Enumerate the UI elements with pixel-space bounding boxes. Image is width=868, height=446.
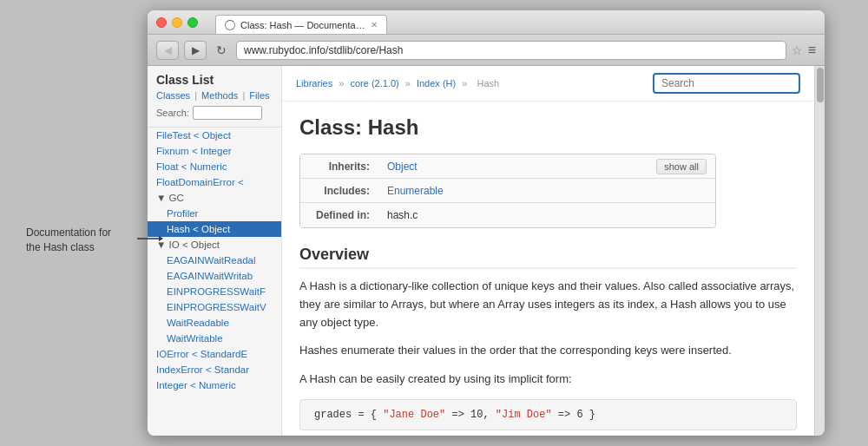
maximize-button[interactable] [187, 17, 198, 28]
code-block-1: grades = { "Jane Doe" => 10, "Jim Doe" =… [299, 399, 797, 430]
back-button[interactable]: ◀ [156, 41, 179, 60]
info-row-defined: Defined in: hash.c [300, 203, 715, 227]
breadcrumb: Libraries » core (2.1.0) » Index (H) » H… [296, 78, 503, 89]
sidebar-item-2[interactable]: Float < Numeric [148, 159, 281, 174]
breadcrumb-libraries[interactable]: Libraries [296, 78, 332, 89]
page-content: Class: Hash Inherits: Object show all In… [282, 102, 814, 436]
main-content: Libraries » core (2.1.0) » Index (H) » H… [282, 66, 814, 436]
inherits-value: Object [378, 155, 656, 178]
sidebar-item-4[interactable]: ▼ GC [148, 190, 281, 206]
sidebar-item-8[interactable]: EAGAINWaitReadal [148, 253, 281, 268]
sidebar-list: FileTest < ObjectFixnum < IntegerFloat <… [148, 128, 281, 436]
sidebar-search-input[interactable] [193, 106, 262, 120]
minimize-button[interactable] [172, 17, 182, 28]
sidebar-item-1[interactable]: Fixnum < Integer [148, 143, 281, 159]
tab-label: Class: Hash — Documenta… [240, 20, 365, 30]
code1-arrow1: => 10, [445, 409, 496, 421]
sidebar-header: Class List Classes | Methods | Files Sea… [148, 66, 281, 128]
breadcrumb-core[interactable]: core (2.1.0) [350, 78, 398, 89]
bookmark-button[interactable]: ☆ [792, 43, 803, 57]
toolbar: ◀ ▶ ↻ www.rubydoc.info/stdlib/core/Hash … [148, 35, 825, 66]
sidebar-item-13[interactable]: WaitWritable [148, 331, 281, 346]
info-row-includes: Includes: Enumerable [300, 179, 715, 203]
info-row-inherits: Inherits: Object show all [300, 154, 715, 179]
tab-close-icon[interactable]: ✕ [371, 20, 378, 30]
sidebar-links: Classes | Methods | Files [156, 90, 273, 101]
tab-loading-icon [225, 20, 235, 30]
sidebar: Class List Classes | Methods | Files Sea… [148, 66, 282, 436]
scrollbar[interactable] [814, 66, 825, 436]
annotation-text: Documentation for the Hash class [26, 226, 139, 255]
sidebar-link-methods[interactable]: Methods [201, 90, 238, 101]
sidebar-item-10[interactable]: EINPROGRESSWaitF [148, 284, 281, 299]
page-title: Class: Hash [299, 115, 797, 140]
url-bar[interactable]: www.rubydoc.info/stdlib/core/Hash [236, 41, 786, 60]
includes-label: Includes: [300, 180, 378, 202]
scroll-thumb[interactable] [817, 68, 824, 102]
sidebar-item-14[interactable]: IOError < StandardE [148, 346, 281, 362]
browser-window: Class: Hash — Documenta… ✕ ◀ ▶ ↻ www.rub… [148, 10, 825, 436]
sidebar-item-16[interactable]: Integer < Numeric [148, 377, 281, 393]
breadcrumb-index[interactable]: Index (H) [417, 78, 456, 89]
tab-area: Class: Hash — Documenta… ✕ [215, 10, 387, 34]
code1-str2: "Jim Doe" [496, 409, 552, 421]
sidebar-title: Class List [156, 73, 273, 87]
traffic-lights [156, 17, 198, 28]
sidebar-item-9[interactable]: EAGAINWaitWritab [148, 268, 281, 284]
svg-marker-1 [159, 236, 163, 241]
includes-link[interactable]: Enumerable [387, 185, 444, 197]
close-button[interactable] [156, 17, 167, 28]
code1-pre: grades = { [314, 409, 383, 421]
breadcrumb-current: Hash [477, 78, 499, 89]
sidebar-item-15[interactable]: IndexError < Standar [148, 362, 281, 377]
show-all-button[interactable]: show all [656, 159, 707, 174]
active-tab[interactable]: Class: Hash — Documenta… ✕ [215, 15, 387, 34]
sidebar-link-classes[interactable]: Classes [156, 90, 190, 101]
sidebar-item-12[interactable]: WaitReadable [148, 315, 281, 331]
sidebar-item-11[interactable]: EINPROGRESSWaitV [148, 299, 281, 315]
overview-p2: Hashes enumerate their values in the ord… [299, 342, 797, 360]
forward-button[interactable]: ▶ [184, 41, 207, 60]
refresh-button[interactable]: ↻ [212, 41, 231, 60]
sidebar-item-3[interactable]: FloatDomainError < [148, 174, 281, 190]
defined-value: hash.c [378, 204, 715, 226]
sidebar-link-files[interactable]: Files [249, 90, 269, 101]
sidebar-item-6[interactable]: Hash < Object [148, 221, 281, 237]
info-table: Inherits: Object show all Includes: Enum… [299, 154, 716, 228]
search-input[interactable] [653, 73, 800, 94]
code1-arrow2: => 6 } [552, 409, 595, 421]
sidebar-item-5[interactable]: Profiler [148, 206, 281, 221]
sidebar-item-7[interactable]: ▼ IO < Object [148, 237, 281, 253]
overview-p3: A Hash can be easily created by using it… [299, 371, 797, 389]
inherits-label: Inherits: [300, 155, 378, 178]
code1-str1: "Jane Doe" [383, 409, 445, 421]
sidebar-search: Search: [156, 106, 273, 120]
defined-label: Defined in: [300, 204, 378, 226]
sidebar-item-0[interactable]: FileTest < Object [148, 128, 281, 143]
menu-button[interactable]: ≡ [808, 43, 816, 58]
overview-p1: A Hash is a dictionary-like collection o… [299, 278, 797, 331]
includes-value: Enumerable [378, 180, 715, 202]
inherits-link[interactable]: Object [387, 161, 418, 173]
title-bar: Class: Hash — Documenta… ✕ [148, 10, 825, 35]
breadcrumb-bar: Libraries » core (2.1.0) » Index (H) » H… [282, 66, 814, 102]
overview-title: Overview [299, 246, 797, 269]
content-area: Class List Classes | Methods | Files Sea… [148, 66, 825, 436]
